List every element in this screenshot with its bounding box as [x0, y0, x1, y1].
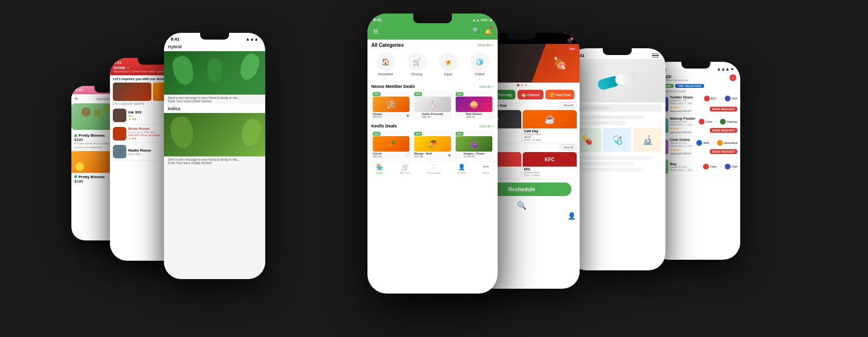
cafeday-thumb: ☕ — [523, 110, 577, 128]
sms-text-2: Send a text message to your friend & fam… — [164, 156, 265, 279]
product-garlic[interactable]: 1KG 🧄 Garlic Premium 380.00 — [413, 91, 452, 120]
search-bar-6[interactable]: 🔍 Search medicines... — [572, 104, 663, 112]
close-icon[interactable]: ✕ — [74, 96, 78, 101]
categories-header: All Categories View All > — [367, 40, 498, 49]
dot-1 — [517, 84, 519, 86]
more-icon: ••• — [483, 164, 489, 170]
onion-price: 260.00 — [466, 115, 482, 118]
cafeday-info: Café Day Chinese North... ★ 4.5 3 Km · 1… — [523, 128, 577, 142]
sms-line3: Send a text message to your friend & fam… — [168, 158, 261, 161]
notch-5 — [507, 33, 536, 40]
notch-6 — [603, 48, 632, 55]
product-ginger[interactable]: 1KG 🫚 Ginger 690.00 ♥ — [371, 91, 411, 120]
phone7-signal: ▲▲▲ ● — [717, 67, 733, 71]
kfc-letter: KFC — [523, 152, 577, 167]
shoes-route: EGY → USA — [704, 96, 737, 101]
keells-view-all[interactable]: View All > — [479, 125, 494, 128]
flag-cairo-2 — [703, 164, 709, 169]
cafe-day-dist: 3 Km · 15 Mins — [524, 139, 576, 141]
product-onions[interactable]: 1KG 🧅 Red Onions 260.00 — [454, 91, 494, 120]
pharma-prod-3[interactable]: 🔬 — [633, 128, 662, 152]
search-circle-icon[interactable]: 🔍 — [517, 201, 527, 210]
phone4-action-icons: 🔍 🔔 1 — [473, 27, 492, 36]
flower-yellow-2 — [75, 162, 84, 171]
kfc-name: KFC — [524, 168, 576, 171]
shoes-info: Toddler Shoes Weight 4.0 KG Before Mon, … — [670, 96, 737, 112]
nexus-view-all[interactable]: View All > — [479, 85, 494, 88]
pharma-prod-2[interactable]: 🩺 — [603, 128, 632, 152]
profile-bottom-icon[interactable]: 👤 — [568, 212, 576, 220]
sms-line2: Enter Your India mobile number — [168, 99, 261, 103]
available-dot — [74, 134, 77, 137]
pill-white-half — [614, 70, 637, 86]
product-mango[interactable]: 1KG 🥭 Mango - Bud 210.00 ♥ — [413, 130, 452, 159]
grocery-arrow: › — [417, 77, 418, 80]
household-arrow: › — [385, 77, 386, 80]
fastfood-label: Fast Food — [556, 93, 570, 97]
shoes-date: Before Mon, 1 July — [670, 102, 693, 105]
chip-chinese[interactable]: 🍜 Chinese — [517, 90, 543, 99]
household-icon: 🏠 — [377, 53, 395, 71]
nav-more[interactable]: ••• More — [483, 164, 489, 174]
food-emoji: 🍖 — [553, 56, 567, 70]
view-all-nearby[interactable]: View All — [560, 102, 577, 108]
ginger-price: 690.00 — [373, 115, 382, 118]
cannabis-image-2 — [164, 113, 265, 156]
product-grapes[interactable]: 1KG 🍇 Grapes - Green 1,120.00 — [454, 130, 494, 159]
bag-route: Cairo → USA — [703, 162, 737, 171]
trip-badge[interactable]: TRIP SELECTION — [675, 84, 704, 88]
notification-dot: 1 — [490, 26, 493, 29]
category-household[interactable]: 🏠 Household › — [377, 53, 395, 80]
chilled-icon: 🧊 — [471, 53, 489, 71]
cart-icon-5[interactable]: 🛒 1 — [567, 38, 573, 43]
cloth-date: Before Mon, 1 July — [670, 144, 692, 147]
view-all-restaurants[interactable]: View All — [560, 144, 577, 150]
carrot-heart[interactable]: ♡ — [405, 153, 409, 158]
keells-title: Keells Deals — [371, 124, 397, 128]
cloth-info: Cloth Online Weight 0.5 KG Before Mon, 1… — [670, 138, 737, 155]
dot-3 — [525, 84, 527, 86]
chinese-label: Chinese — [527, 93, 539, 97]
powder-info: Makeup Powder Weight 0.2 KG Before Mon, … — [670, 117, 737, 134]
nav-cart[interactable]: 🛒 My Cart — [400, 164, 410, 174]
filter-icon[interactable]: ⊟ — [373, 28, 378, 35]
ham-line-3 — [652, 57, 659, 58]
card-kfc[interactable]: KFC KFC Chinese North... 3 Km · 15 Mins — [523, 152, 577, 178]
flag-usa — [725, 96, 731, 101]
badge-1kg-mango: 1KG — [414, 132, 422, 136]
phone4-header-icons: ⊟ 🔍 🔔 1 — [367, 25, 498, 40]
card-cafe-day[interactable]: ☕ Café Day Chinese North... ★ 4.5 3 Km ·… — [523, 110, 577, 142]
product2-name: Pretty Blooms — [79, 175, 105, 179]
kfc-info: KFC Chinese North... 3 Km · 15 Mins — [523, 167, 577, 178]
powder-date: Before Mon, 1 July — [670, 123, 695, 126]
pill-visual — [597, 70, 638, 91]
send-request-btn-3[interactable]: SEND REQUEST — [710, 149, 737, 154]
badge-1kg-garlic: 1KG — [414, 92, 422, 96]
ginger-heart[interactable]: ♥ — [407, 113, 409, 118]
send-request-btn-2[interactable]: SEND REQUEST — [710, 128, 737, 133]
hamburger-menu[interactable] — [652, 54, 659, 58]
nav-favourites[interactable]: ♡ Favourites — [427, 164, 441, 174]
nexus-deals-section: Nexus Member Deals View All > 1KG 🫚 Ging… — [367, 82, 498, 122]
liquor-arrow: › — [448, 77, 449, 80]
leaf-3 — [207, 58, 222, 83]
category-liquor[interactable]: 🍺 Liquor › — [439, 53, 458, 80]
shoes-price: starts from $123.8 — [670, 110, 691, 112]
mango-heart[interactable]: ♥ — [448, 153, 451, 158]
send-request-btn-1[interactable]: SEND REQUEST — [710, 107, 737, 112]
bar-img-1 — [113, 83, 151, 101]
sms-text-1: Send a text message to your friend & fam… — [164, 95, 265, 104]
notch-4 — [413, 14, 452, 23]
category-grocery[interactable]: 🛒 Grocery › — [408, 53, 426, 80]
product-carrot[interactable]: 1KG 🥕 Carrot 490.00 ♡ — [371, 130, 411, 159]
chip-fastfood[interactable]: 🍔 Fast Food — [545, 90, 574, 99]
dropdown-icon[interactable]: ▼ — [127, 67, 130, 70]
phone-6-pharmacy: 9:41 🔍 Search medicines... 💊 — [569, 48, 665, 270]
category-chilled[interactable]: 🧊 Chilled › — [471, 53, 489, 80]
placeholder-line-1 — [573, 115, 644, 119]
search-icon[interactable]: 🔍 — [473, 27, 480, 36]
nav-profile[interactable]: 👤 Profile — [458, 164, 466, 174]
view-all-cats[interactable]: View All > — [477, 43, 494, 47]
notification-icon[interactable]: 🔔 1 — [485, 27, 492, 36]
nav-store[interactable]: 🏪 Store — [376, 164, 383, 174]
